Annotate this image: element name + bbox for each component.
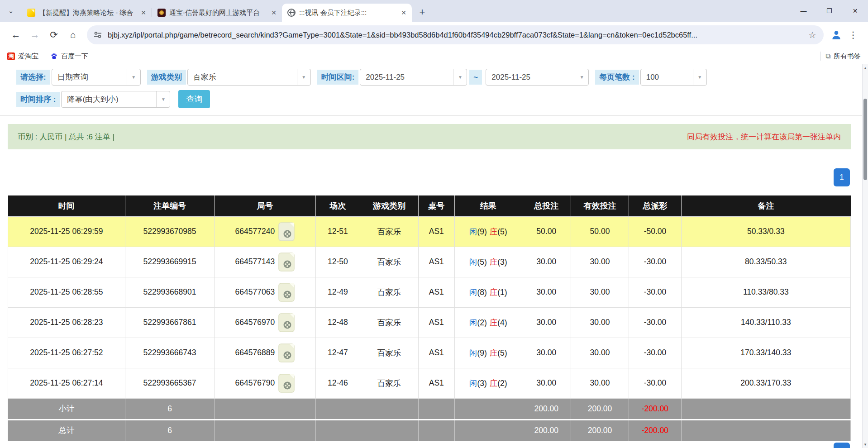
address-bar[interactable]: bjbj.xyz/ipl/portal.php/game/betrecord_s… — [87, 25, 824, 44]
remark: 200.33/170.33 — [681, 368, 850, 398]
table-row: 2025-11-25 06:28:23 522993667861 6645769… — [8, 307, 851, 338]
total-valid-bet: 200.00 — [571, 419, 629, 441]
reload-button[interactable]: ⟳ — [44, 25, 63, 44]
sort-select[interactable]: 降幂(由大到小) ▼ — [61, 91, 170, 108]
valid-bet: 30.00 — [571, 368, 629, 398]
total-bet[interactable]: 30.00 — [522, 307, 571, 338]
column-header: 场次 — [315, 195, 360, 216]
vertical-scrollbar[interactable]: ▲ ▼ — [862, 64, 868, 448]
home-button[interactable]: ⌂ — [63, 25, 82, 44]
video-playback-icon[interactable] — [278, 313, 295, 332]
video-playback-icon[interactable] — [278, 253, 295, 272]
back-button[interactable]: ← — [6, 25, 25, 44]
banker-result-value: (4) — [497, 318, 507, 327]
bet-time: 2025-11-25 06:29:24 — [8, 247, 125, 277]
video-playback-icon[interactable] — [278, 343, 295, 362]
table-row: 2025-11-25 06:27:14 522993665367 6645767… — [8, 368, 851, 398]
profile-avatar-icon[interactable] — [828, 27, 844, 43]
tab-close-icon[interactable]: ✕ — [399, 8, 408, 17]
query-type-select[interactable]: 日期查询 ▼ — [52, 69, 141, 86]
total-row: 总计 6 200.00 200.00 -200.00 — [8, 419, 851, 441]
column-header: 结果 — [454, 195, 522, 216]
scroll-up-icon[interactable]: ▲ — [863, 64, 868, 71]
bottom-pagination-button[interactable] — [834, 443, 850, 448]
browser-menu-icon[interactable]: ⋮ — [844, 26, 862, 43]
table-number: AS1 — [418, 307, 454, 338]
game-type: 百家乐 — [360, 216, 418, 247]
game-type-select[interactable]: 百家乐 ▼ — [187, 69, 311, 86]
page-1-button[interactable]: 1 — [834, 168, 850, 186]
new-tab-button[interactable]: + — [415, 5, 430, 20]
banker-result-value: (5) — [497, 227, 507, 236]
forward-button[interactable]: → — [25, 25, 44, 44]
bet-id: 522993665367 — [125, 368, 214, 398]
browser-tab-active[interactable]: :::视讯 会员下注纪录::: ✕ — [282, 4, 412, 22]
table-number: AS1 — [418, 368, 454, 398]
bet-id: 522993668901 — [125, 277, 214, 307]
page-size-select[interactable]: 100 ▼ — [640, 69, 707, 86]
url-text[interactable]: bjbj.xyz/ipl/portal.php/game/betrecord_s… — [108, 31, 805, 39]
bet-time: 2025-11-25 06:28:55 — [8, 277, 125, 307]
banker-result-value: (1) — [497, 288, 507, 297]
bookmark-taobao[interactable]: 淘 爱淘宝 — [7, 52, 38, 61]
scrollbar-thumb[interactable] — [863, 99, 867, 180]
round-id: 664576889 — [235, 348, 275, 357]
remark: 140.33/110.33 — [681, 307, 850, 338]
bookmark-star-icon[interactable]: ☆ — [805, 27, 820, 43]
tab-search-chevron-icon[interactable]: ⌄ — [0, 0, 22, 22]
restore-button[interactable]: ❐ — [816, 2, 842, 20]
payout: -30.00 — [629, 277, 681, 307]
total-bet[interactable]: 30.00 — [522, 368, 571, 398]
bookmark-baidu[interactable]: 百度一下 — [50, 52, 88, 61]
game-type-label: 游戏类别 — [147, 70, 186, 85]
chevron-down-icon: ▼ — [575, 69, 588, 85]
section-divider — [0, 115, 862, 116]
chevron-down-icon: ▼ — [127, 69, 140, 85]
bookmarks-divider — [820, 52, 821, 61]
date-from-select[interactable]: 2025-11-25 ▼ — [360, 69, 467, 86]
bookmark-label: 爱淘宝 — [18, 52, 38, 61]
player-result-label: 闲 — [469, 379, 477, 388]
folder-icon: ⧉ — [825, 52, 830, 60]
search-button[interactable]: 查询 — [178, 90, 210, 108]
date-to-select[interactable]: 2025-11-25 ▼ — [486, 69, 589, 86]
table-row: 2025-11-25 06:28:55 522993668901 6645770… — [8, 277, 851, 307]
table-number: AS1 — [418, 216, 454, 247]
session-number: 12-46 — [315, 368, 360, 398]
player-result-value: (3) — [477, 379, 486, 388]
minimize-button[interactable]: — — [791, 2, 816, 20]
browser-toolbar: ← → ⟳ ⌂ bjbj.xyz/ipl/portal.php/game/bet… — [0, 22, 868, 48]
total-bet[interactable]: 50.00 — [522, 216, 571, 247]
banker-result-label: 庄 — [490, 379, 498, 388]
tongbao-favicon-icon — [157, 9, 166, 17]
result-cell: 闲(2)庄(4) — [454, 307, 522, 338]
select-type-label: 请选择: — [16, 70, 50, 85]
video-playback-icon[interactable] — [278, 374, 295, 393]
browser-tab-1[interactable]: 【新提醒】海燕策略论坛 - 综合 ✕ — [22, 4, 152, 22]
player-result-label: 闲 — [469, 257, 477, 267]
round-id-cell: 664576790 — [215, 368, 315, 398]
bet-records-table: 时间注单编号局号场次游戏类别桌号结果总投注有效投注总派彩备注 2025-11-2… — [8, 195, 851, 441]
remark: 110.33/80.33 — [681, 277, 850, 307]
game-type: 百家乐 — [360, 368, 418, 398]
table-row: 2025-11-25 06:27:52 522993666743 6645768… — [8, 338, 851, 368]
close-window-button[interactable]: ✕ — [842, 2, 868, 20]
remark: 80.33/50.33 — [681, 247, 850, 277]
scroll-down-icon[interactable]: ▼ — [863, 441, 868, 448]
game-type: 百家乐 — [360, 338, 418, 368]
tab-close-icon[interactable]: ✕ — [139, 8, 148, 17]
result-cell: 闲(5)庄(3) — [454, 247, 522, 277]
date-from-value: 2025-11-25 — [360, 73, 453, 82]
filter-panel: 请选择: 日期查询 ▼ 游戏类别 百家乐 ▼ 时间区间: 2025-11-25 … — [0, 64, 862, 108]
bet-id: 522993670985 — [125, 216, 214, 247]
total-bet[interactable]: 30.00 — [522, 247, 571, 277]
tab-close-icon[interactable]: ✕ — [269, 8, 278, 17]
all-bookmarks-button[interactable]: ⧉ 所有书签 — [825, 52, 861, 61]
site-settings-icon[interactable] — [93, 30, 102, 39]
browser-tab-2[interactable]: 通宝-信誉最好的网上游戏平台 ✕ — [152, 4, 282, 22]
globe-favicon-icon — [287, 9, 296, 17]
video-playback-icon[interactable] — [278, 283, 295, 302]
video-playback-icon[interactable] — [278, 222, 295, 241]
total-bet[interactable]: 30.00 — [522, 277, 571, 307]
total-bet[interactable]: 30.00 — [522, 338, 571, 368]
